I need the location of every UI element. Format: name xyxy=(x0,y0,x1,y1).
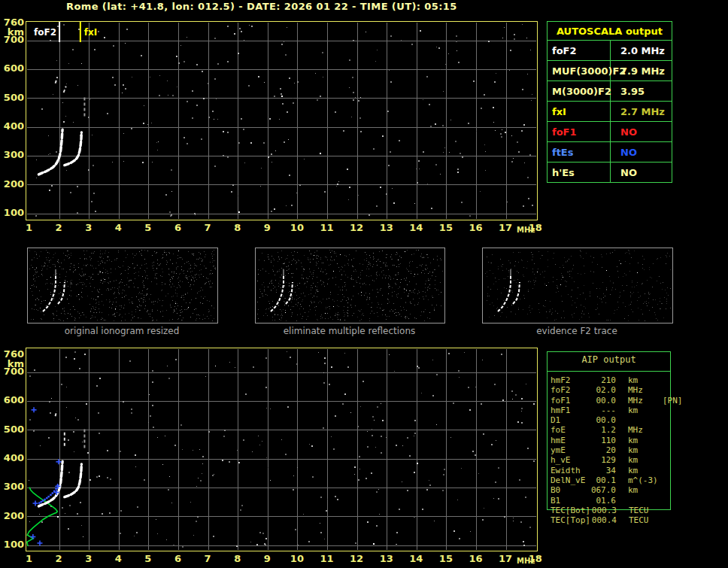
x-tick-17: 17 xyxy=(496,554,515,564)
aip-unit: km xyxy=(628,455,663,465)
aip-lab: Ewidth xyxy=(551,466,590,475)
aip-unit xyxy=(628,496,663,506)
mini-o-trace xyxy=(498,276,511,311)
noise-dots xyxy=(35,24,533,217)
aip-row-hme: hmE110km xyxy=(547,436,726,445)
aip-val: --- xyxy=(590,405,616,415)
autoscala-output-table: AUTOSCALA output foF22.0 MHzMUF(3000)F27… xyxy=(547,21,672,183)
aip-extra xyxy=(663,515,693,525)
x-tick-9: 9 xyxy=(257,223,277,233)
aip-row-d1: D100.0 xyxy=(547,415,726,425)
y-tick-600: 600 xyxy=(2,63,24,74)
y-tick-400: 400 xyxy=(2,453,24,463)
aip-val: 01.6 xyxy=(590,496,616,506)
aip-row-foe: foE1.2MHz xyxy=(547,425,726,435)
x-tick-11: 11 xyxy=(317,554,337,564)
panel-caption-eliminate: eliminate multiple reflections xyxy=(255,326,444,336)
y-tick-300: 300 xyxy=(2,150,24,160)
x-tick-15: 15 xyxy=(436,554,456,564)
y-axis-unit-km: km xyxy=(2,27,24,38)
aip-extra xyxy=(663,506,693,515)
aip-extra xyxy=(663,455,693,465)
aip-extra xyxy=(663,385,693,395)
aip-val: 110 xyxy=(590,436,616,445)
aip-extra xyxy=(663,485,693,495)
fxi-marker-label: fxI xyxy=(84,28,97,38)
x-tick-10: 10 xyxy=(287,223,307,233)
x-tick-5: 5 xyxy=(138,554,158,564)
aip-val: 34 xyxy=(590,466,616,475)
parameter-value: NO xyxy=(611,122,672,141)
aip-lab: TEC[Bot] xyxy=(551,506,590,515)
grid-lines xyxy=(27,349,536,550)
aip-row-fof1: foF100.0MHz[PN] xyxy=(547,396,726,405)
parameter-value: NO xyxy=(611,163,672,182)
x-tick-14: 14 xyxy=(406,223,426,233)
aip-val: 00.1 xyxy=(590,475,616,485)
ionogram-plot-bottom xyxy=(26,348,538,551)
aip-lab: B0 xyxy=(551,485,590,495)
y-tick-600: 600 xyxy=(2,395,24,405)
aip-extra: [PN] xyxy=(663,396,693,405)
aip-row-hmf1: hmF1---km xyxy=(547,405,726,415)
x-tick-6: 6 xyxy=(168,554,188,564)
aip-val: 000.4 xyxy=(590,515,617,525)
aip-row-tectop: TEC[Top]000.4TECU xyxy=(547,515,726,525)
aip-table-rows: hmF2210kmfoF202.0MHzfoF100.0MHz[PN]hmF1-… xyxy=(547,375,726,525)
aip-lab: DelN_vE xyxy=(551,475,590,485)
f2-o-mode-trace xyxy=(38,129,62,175)
x-tick-12: 12 xyxy=(347,223,366,233)
grid-lines xyxy=(27,23,536,219)
aip-lab: hmE xyxy=(551,436,590,445)
aip-val: 000.3 xyxy=(590,506,617,515)
aip-row-delnve: DelN_vE00.1m^(-3) xyxy=(547,475,726,485)
aip-lab: TEC[Top] xyxy=(551,515,590,525)
f2-x-mode-trace xyxy=(65,464,82,497)
aip-extra xyxy=(663,405,693,415)
aip-unit: TECU xyxy=(629,506,663,515)
aip-unit: MHz xyxy=(628,385,663,395)
ionogram-plot-top xyxy=(26,21,538,220)
y-tick-300: 300 xyxy=(2,481,24,492)
mini-x-trace xyxy=(513,282,520,304)
aip-val: 02.0 xyxy=(590,385,616,395)
mini-o-trace xyxy=(43,276,56,311)
parameter-value: NO xyxy=(611,142,672,162)
x-tick-1: 1 xyxy=(20,554,39,564)
aip-extra xyxy=(663,415,693,425)
x-tick-14: 14 xyxy=(406,554,426,564)
aip-val: 00.0 xyxy=(590,396,616,405)
x-tick-11: 11 xyxy=(317,223,337,233)
panel-original-ionogram xyxy=(27,248,218,323)
aip-row-b0: B0067.0km xyxy=(547,485,726,495)
x-axis-unit-mhz: MHz xyxy=(517,557,535,565)
parameter-label: h'Es xyxy=(548,163,611,182)
panel-caption-evidence: evidence F2 trace xyxy=(482,326,672,336)
aip-extra xyxy=(663,425,693,435)
noise-dots xyxy=(29,351,535,548)
y-tick-100: 100 xyxy=(2,208,24,218)
plus-markers xyxy=(30,407,61,545)
critical-frequency-markers xyxy=(59,22,80,42)
aip-table-title: AIP output xyxy=(547,354,671,365)
aip-unit: m^(-3) xyxy=(628,475,663,485)
panel-evidence-f2-trace xyxy=(482,248,673,323)
aip-lab: foF1 xyxy=(551,396,590,405)
aip-unit: km xyxy=(628,445,663,455)
parameter-label: MUF(3000)F2 xyxy=(548,61,611,80)
aip-extra xyxy=(663,466,693,475)
x-tick-8: 8 xyxy=(228,554,247,564)
aip-lab: D1 xyxy=(551,415,590,425)
ionogram-canvas xyxy=(26,22,537,220)
autoscala-row-fxi: fxI2.7 MHz xyxy=(548,102,672,122)
aip-val: 1.2 xyxy=(590,425,616,435)
x-tick-6: 6 xyxy=(168,223,188,233)
x-axis-unit-mhz: MHz xyxy=(517,226,535,234)
panel-noise-dots xyxy=(29,250,216,321)
aip-val: 20 xyxy=(590,445,616,455)
x-tick-16: 16 xyxy=(466,223,486,233)
panel-noise-dots xyxy=(257,250,443,321)
parameter-label: M(3000)F2 xyxy=(548,81,611,101)
aip-unit xyxy=(628,415,663,425)
x-tick-8: 8 xyxy=(228,223,247,233)
